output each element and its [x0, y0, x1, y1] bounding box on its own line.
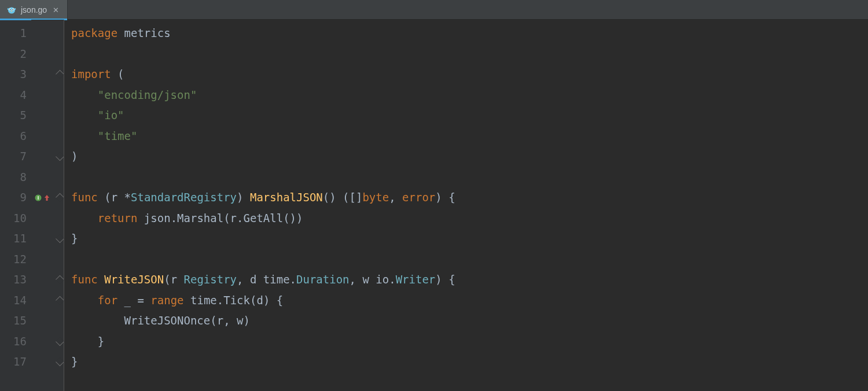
line-number: 7 [0, 146, 27, 167]
line-number: 16 [0, 331, 27, 352]
code-area[interactable]: package metrics import ( "encoding/json"… [64, 20, 868, 391]
code-editor[interactable]: 1234567891011121314151617 I package metr… [0, 20, 868, 391]
code-line[interactable]: "time" [71, 126, 868, 147]
line-number: 10 [0, 208, 27, 229]
code-line[interactable]: for _ = range time.Tick(d) { [71, 290, 868, 311]
svg-point-7 [11, 10, 13, 12]
svg-point-0 [8, 8, 15, 14]
implements-icon: I [34, 193, 43, 202]
fold-end-icon[interactable] [56, 146, 64, 167]
svg-point-3 [10, 9, 11, 10]
svg-point-4 [13, 9, 14, 10]
fold-start-icon[interactable] [56, 187, 64, 208]
line-number: 14 [0, 290, 27, 311]
code-line[interactable]: func (r *StandardRegistry) MarshalJSON()… [71, 187, 868, 208]
fold-start-icon[interactable] [56, 64, 64, 85]
fold-gutter [56, 20, 64, 391]
line-number: 15 [0, 311, 27, 331]
code-line[interactable]: WriteJSONOnce(r, w) [71, 311, 868, 331]
line-number: 4 [0, 85, 27, 106]
code-line[interactable]: ) [71, 146, 868, 167]
line-number: 5 [0, 105, 27, 126]
svg-point-5 [8, 8, 9, 10]
line-number: 2 [0, 44, 27, 65]
code-line[interactable]: import ( [71, 64, 868, 85]
up-arrow-icon [44, 191, 50, 204]
svg-point-6 [14, 8, 16, 10]
tab-bar: json.go ✕ [0, 0, 868, 20]
fold-end-icon[interactable] [56, 352, 64, 372]
line-number: 11 [0, 228, 27, 249]
code-line[interactable] [71, 167, 868, 188]
code-line[interactable]: } [71, 331, 868, 352]
line-number: 12 [0, 249, 27, 270]
line-number: 8 [0, 167, 27, 188]
line-number: 13 [0, 270, 27, 290]
code-line[interactable]: return json.Marshal(r.GetAll()) [71, 208, 868, 229]
code-line[interactable] [71, 44, 868, 65]
svg-text:I: I [38, 195, 39, 201]
code-line[interactable]: "encoding/json" [71, 85, 868, 106]
fold-end-icon[interactable] [56, 331, 64, 352]
code-line[interactable]: } [71, 352, 868, 372]
code-line[interactable]: package metrics [71, 23, 868, 44]
fold-end-icon[interactable] [56, 228, 64, 249]
line-number: 9 [0, 187, 27, 208]
code-line[interactable]: func WriteJSON(r Registry, d time.Durati… [71, 270, 868, 290]
fold-start-icon[interactable] [56, 270, 64, 290]
fold-start-icon[interactable] [56, 290, 64, 311]
code-line[interactable]: "io" [71, 105, 868, 126]
line-number-gutter: 1234567891011121314151617 [0, 20, 31, 391]
code-line[interactable] [71, 249, 868, 270]
go-file-icon [7, 5, 16, 14]
code-line[interactable]: } [71, 228, 868, 249]
line-number: 1 [0, 23, 27, 44]
line-number: 17 [0, 352, 27, 372]
close-icon[interactable]: ✕ [52, 6, 60, 14]
tab-label: json.go [21, 5, 47, 14]
implements-marker[interactable]: I [31, 187, 56, 208]
tab-json-go[interactable]: json.go ✕ [0, 0, 68, 20]
gutter-icon-strip: I [31, 20, 56, 391]
line-number: 6 [0, 126, 27, 147]
line-number: 3 [0, 64, 27, 85]
